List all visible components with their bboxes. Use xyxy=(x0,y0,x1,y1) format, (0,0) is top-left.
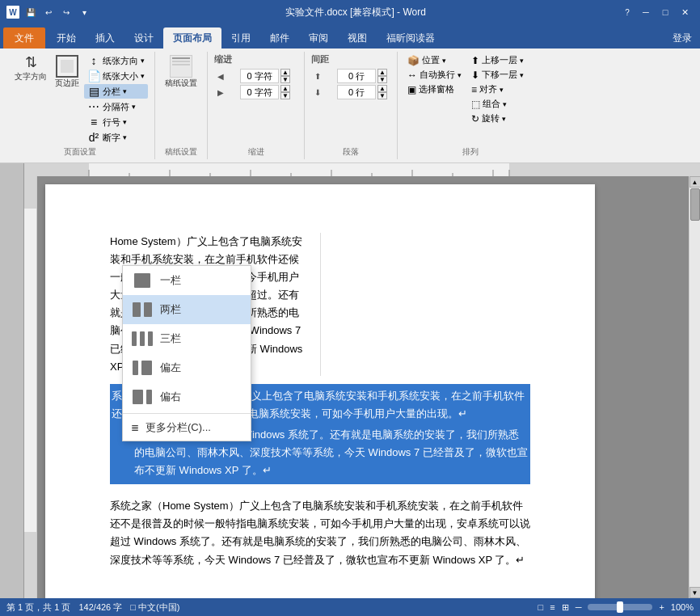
redo-button[interactable]: ↪ xyxy=(58,4,74,20)
tab-layout[interactable]: 页面布局 xyxy=(163,27,221,49)
vertical-scrollbar[interactable]: ▲ ▼ xyxy=(689,176,700,598)
tab-view[interactable]: 视图 xyxy=(338,27,377,49)
rotate-button[interactable]: ↻ 旋转 ▾ xyxy=(468,112,527,125)
ribbon-group-indent: 缩进 ◀ ▲ ▼ ▶ ▲ xyxy=(208,52,305,159)
arrange-right-group: ⬆ 上移一层 ▾ ⬇ 下移一层 ▾ ≡ 对齐 ▾ ⬚ xyxy=(468,53,527,125)
undo-button[interactable]: ↩ xyxy=(40,4,57,20)
left-col-icon xyxy=(131,358,154,378)
spacing-after-row: ⬇ ▲ ▼ xyxy=(314,85,387,99)
zoom-in-button[interactable]: + xyxy=(659,602,664,612)
tab-file[interactable]: 文件 xyxy=(3,27,45,49)
scroll-up-button[interactable]: ▲ xyxy=(689,176,701,188)
language-icon: □ xyxy=(130,602,136,612)
title-bar: W 💾 ↩ ↪ ▾ 实验文件.docx [兼容模式] - Word ? ─ □ … xyxy=(0,0,700,24)
svg-rect-24 xyxy=(133,390,143,404)
tab-reader[interactable]: 福昕阅读器 xyxy=(377,27,445,49)
app-icon: W xyxy=(6,6,19,19)
arrange-left-group: 📦 位置 ▾ ↔ 自动换行 ▾ ▣ 选择窗格 xyxy=(404,53,465,96)
selection-pane-button[interactable]: ▣ 选择窗格 xyxy=(404,82,465,96)
indent-right-up[interactable]: ▲ xyxy=(280,85,290,92)
two-col-svg xyxy=(131,301,154,319)
tab-references[interactable]: 引用 xyxy=(221,27,260,49)
spacing-after-input[interactable] xyxy=(337,85,376,99)
view-print-icon[interactable]: ≡ xyxy=(550,602,555,612)
menu-right-col[interactable]: 偏右 xyxy=(123,382,251,411)
spacing-before-up[interactable]: ▲ xyxy=(377,69,387,76)
document-page: Home System）广义上包含了电脑系统安装和手机系统安装，在之前手机软件还… xyxy=(45,184,595,598)
bring-forward-button[interactable]: ⬆ 上移一层 ▾ xyxy=(468,53,527,67)
indent-right-spin: ▲ ▼ xyxy=(280,85,290,99)
minimize-button[interactable]: ─ xyxy=(637,4,655,20)
zoom-out-button[interactable]: ─ xyxy=(576,602,582,612)
ruler-horizontal xyxy=(24,163,700,176)
tab-design[interactable]: 设计 xyxy=(124,27,163,49)
menu-more-columns[interactable]: ≣ 更多分栏(C)... xyxy=(123,416,251,441)
window-title: 实验文件.docx [兼容模式] - Word xyxy=(92,6,619,19)
scroll-down-button[interactable]: ▼ xyxy=(689,587,701,598)
window-controls: ? ─ □ ✕ xyxy=(619,4,694,20)
tab-home[interactable]: 开始 xyxy=(47,27,86,49)
view-normal-icon[interactable]: □ xyxy=(538,602,544,612)
close-button[interactable]: ✕ xyxy=(676,4,694,20)
spacing-before-spin: ▲ ▼ xyxy=(377,69,387,83)
indent-right-input[interactable] xyxy=(240,85,279,99)
three-col-icon xyxy=(131,329,154,348)
ribbon-group-page-setup: ⇅ 文字方向 页边距 ↕ 纸张方向 ▾ xyxy=(5,52,155,159)
two-col-label: 两栏 xyxy=(160,302,181,319)
zoom-slider[interactable] xyxy=(588,604,652,610)
login-button[interactable]: 登录 xyxy=(664,28,700,49)
customize-quick-access[interactable]: ▾ xyxy=(76,4,92,20)
page-area[interactable]: Home System）广义上包含了电脑系统安装和手机系统安装，在之前手机软件还… xyxy=(37,176,689,598)
draft-label: 稿纸设置 xyxy=(162,145,200,158)
save-button[interactable]: 💾 xyxy=(23,4,39,20)
menu-two-col[interactable]: 两栏 xyxy=(123,295,251,324)
indent-left-up[interactable]: ▲ xyxy=(280,69,290,76)
restore-button[interactable]: □ xyxy=(656,4,674,20)
view-web-icon[interactable]: ⊞ xyxy=(562,602,569,613)
indent-left-down[interactable]: ▼ xyxy=(280,76,290,83)
auto-replace-button[interactable]: ↔ 自动换行 ▾ xyxy=(404,68,465,82)
breaks-button[interactable]: ⋯ 分隔符 ▾ xyxy=(84,99,148,114)
menu-left-col[interactable]: 偏左 xyxy=(123,353,251,382)
draft-content: 稿纸设置 xyxy=(162,53,200,145)
line-numbers-button[interactable]: ≡ 行号 ▾ xyxy=(84,115,148,129)
paper-size-button[interactable]: 📄 纸张大小 ▾ xyxy=(84,69,148,83)
position-button[interactable]: 📦 位置 ▾ xyxy=(404,53,465,67)
menu-one-col[interactable]: 一栏 xyxy=(123,266,251,295)
svg-rect-22 xyxy=(133,361,138,375)
app-window: W 💾 ↩ ↪ ▾ 实验文件.docx [兼容模式] - Word ? ─ □ … xyxy=(0,0,700,616)
spacing-after-down[interactable]: ▼ xyxy=(377,92,387,99)
columns-button[interactable]: ▤ 分栏 ▾ xyxy=(84,84,148,99)
spacing-after-spin: ▲ ▼ xyxy=(377,85,387,99)
align-button[interactable]: ≡ 对齐 ▾ xyxy=(468,82,527,96)
tab-mailings[interactable]: 邮件 xyxy=(260,27,299,49)
menu-three-col[interactable]: 三栏 xyxy=(123,324,251,353)
spacing-after-up[interactable]: ▲ xyxy=(377,85,387,92)
doc-column: Home System）广义上包含了电脑系统安装和手机系统安装，在之前手机软件还… xyxy=(24,163,700,598)
spacing-label: 间距 xyxy=(311,53,329,65)
group-button[interactable]: ⬚ 组合 ▾ xyxy=(468,97,527,111)
send-backward-button[interactable]: ⬇ 下移一层 ▾ xyxy=(468,68,527,82)
tab-insert[interactable]: 插入 xyxy=(86,27,124,49)
draft-button[interactable]: 稿纸设置 xyxy=(162,53,200,91)
text-direction-button[interactable]: ⇅ 文字方向 xyxy=(11,53,50,84)
indent-left-spin: ▲ ▼ xyxy=(280,69,290,83)
zoom-percent: 100% xyxy=(671,602,694,612)
ribbon-group-arrange: 📦 位置 ▾ ↔ 自动换行 ▾ ▣ 选择窗格 xyxy=(398,52,543,159)
indent-left-input[interactable] xyxy=(240,69,279,83)
spacing-before-input[interactable] xyxy=(337,69,376,83)
left-col-svg xyxy=(131,359,154,377)
scroll-thumb[interactable] xyxy=(690,188,700,221)
ruler-vertical-label xyxy=(0,163,24,598)
right-col-label: 偏右 xyxy=(160,389,181,406)
spacing-before-down[interactable]: ▼ xyxy=(377,76,387,83)
scroll-track[interactable] xyxy=(689,188,701,587)
tab-review[interactable]: 审阅 xyxy=(299,27,338,49)
margins-button[interactable]: 页边距 xyxy=(52,53,82,91)
paper-orientation-button[interactable]: ↕ 纸张方向 ▾ xyxy=(84,53,148,68)
hyphenation-button[interactable]: d² 断字 ▾ xyxy=(84,130,148,145)
one-col-label: 一栏 xyxy=(160,272,181,289)
help-button[interactable]: ? xyxy=(619,4,635,20)
spacing-group-label: 段落 xyxy=(311,145,390,158)
indent-right-down[interactable]: ▼ xyxy=(280,92,290,99)
